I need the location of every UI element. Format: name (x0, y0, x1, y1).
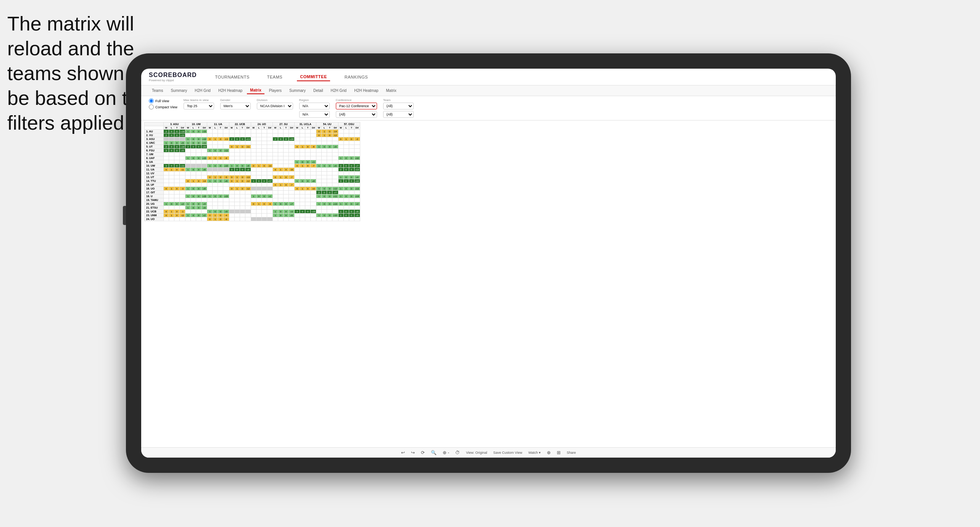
cell-7-5-W (272, 156, 278, 160)
cell-13-7-W (316, 179, 322, 183)
cell-8-6-L: 0 (300, 160, 305, 164)
grid-icon: ⊞ (557, 450, 561, 455)
cell-3-2-L (213, 141, 218, 145)
sub-nav-matrix[interactable]: Matrix (247, 87, 264, 94)
toolbar-view-original[interactable]: View: Original (466, 451, 487, 455)
matrix-corner (145, 122, 164, 126)
toolbar-watch[interactable]: Watch ▾ (528, 451, 541, 455)
save-custom-label: Save Custom View (493, 451, 522, 455)
team-select2[interactable]: (All) (383, 111, 414, 118)
cell-7-7-Dif (332, 156, 338, 160)
cell-19-8-L: 0 (343, 202, 349, 206)
cell-1-3-Dif (245, 133, 251, 137)
cell-15-4-W (251, 187, 256, 191)
sub-nav-summary[interactable]: Summary (168, 87, 190, 94)
cell-1-5-W (272, 133, 278, 137)
sub-nav-players[interactable]: Players (266, 87, 285, 94)
cell-8-1-T (196, 160, 201, 164)
cell-11-8-W (338, 172, 343, 175)
nav-rankings[interactable]: RANKINGS (342, 73, 371, 81)
sub-nav-teams[interactable]: Teams (149, 87, 166, 94)
cell-11-5-L (278, 172, 283, 175)
cell-4-6-W: 0 (295, 145, 300, 149)
sub-nav-detail[interactable]: Detail (310, 87, 326, 94)
toolbar-search[interactable]: 🔍 (431, 450, 437, 455)
cell-18-1-L (191, 198, 196, 202)
conference-select[interactable]: Pac-12 Conference (336, 103, 377, 109)
cell-8-2-W (207, 160, 213, 164)
cell-17-7-Dif: +11 (332, 194, 338, 198)
max-teams-select[interactable]: Top 25 (184, 103, 214, 109)
cell-2-0-T (174, 137, 180, 141)
compact-view-input[interactable] (149, 104, 154, 109)
cell-3-0-L: 0 (169, 141, 174, 145)
cell-3-0-Dif: +5 (180, 141, 185, 145)
cell-23-4-W (251, 217, 256, 221)
cell-10-8-Dif: +13 (354, 168, 360, 172)
region-select[interactable]: N/A (299, 103, 330, 109)
cell-22-7-W: 1 (316, 214, 322, 217)
cell-23-0-Dif (180, 217, 185, 221)
toolbar-grid[interactable]: ⊞ (557, 450, 561, 455)
region-select2[interactable]: N/A (299, 111, 330, 118)
nav-committee[interactable]: COMMITTEE (297, 73, 330, 81)
cell-6-5-Dif (289, 153, 294, 156)
sub-nav-h2h-grid[interactable]: H2H Grid (192, 87, 214, 94)
toolbar-redo[interactable]: ↪ (411, 450, 415, 455)
sub-nav-summary2[interactable]: Summary (286, 87, 309, 94)
region-label: Region (299, 98, 330, 102)
gender-select[interactable]: Men's (220, 103, 251, 109)
cell-10-3-Dif: +9 (245, 168, 251, 172)
sub-header-0-W: W (164, 126, 169, 130)
toolbar-share[interactable]: Share (567, 451, 576, 455)
sub-nav-h2h-heatmap[interactable]: H2H Heatmap (215, 87, 245, 94)
sub-nav-h2h-grid2[interactable]: H2H Grid (327, 87, 350, 94)
cell-7-1-Dif: +15 (201, 156, 207, 160)
logo-subtitle: Powered by clippd (149, 79, 197, 82)
cell-12-7-L (322, 175, 327, 179)
team-select[interactable]: (All) (383, 103, 414, 109)
toolbar-timer[interactable]: ⏱ (455, 450, 460, 455)
cell-12-4-Dif (267, 175, 272, 179)
cell-9-0-T: 0 (174, 164, 180, 168)
cell-20-3-Dif (245, 206, 251, 210)
table-row: 4. UNC100+5100+11 (145, 141, 360, 145)
matrix-area[interactable]: 3. ASU10. UW11. UA22. UCB24. UO27. SU31.… (141, 121, 836, 447)
toolbar-zoom[interactable]: ⊕ - (443, 450, 449, 455)
nav-tournaments[interactable]: TOURNAMENTS (212, 73, 253, 81)
cell-13-0-Dif (180, 179, 185, 183)
cell-10-2-Dif (223, 168, 229, 172)
zoom-icon: ⊕ - (443, 450, 449, 455)
compact-view-radio[interactable]: Compact View (149, 104, 177, 109)
nav-teams[interactable]: TEAMS (264, 73, 285, 81)
cell-5-6-T (305, 149, 311, 153)
cell-5-1-L (191, 149, 196, 153)
cell-3-1-Dif: +11 (201, 141, 207, 145)
table-row: 3. ASU100+12010-13200+11200+24010-2 (145, 137, 360, 141)
toolbar-add[interactable]: ⊕ (547, 450, 551, 455)
sub-nav-matrix2[interactable]: Matrix (383, 87, 400, 94)
cell-22-7-T: 0 (327, 214, 332, 217)
cell-1-8-T (349, 133, 354, 137)
sub-nav-h2h-heatmap2[interactable]: H2H Heatmap (351, 87, 381, 94)
toolbar-refresh[interactable]: ⟳ (421, 450, 425, 455)
full-view-input[interactable] (149, 98, 154, 103)
division-select[interactable]: NCAA Division I (257, 103, 293, 109)
toolbar-undo[interactable]: ↩ (401, 450, 405, 455)
cell-18-4-T (261, 198, 267, 202)
cell-17-2-Dif: +15 (223, 194, 229, 198)
cell-12-3-L: 1 (234, 175, 240, 179)
cell-13-5-Dif (289, 179, 294, 183)
full-view-radio[interactable]: Full View (149, 98, 177, 103)
cell-2-8-L: 1 (343, 137, 349, 141)
toolbar-save-custom[interactable]: Save Custom View (493, 451, 522, 455)
cell-17-1-T: 0 (196, 194, 201, 198)
cell-19-4-L: 1 (256, 202, 261, 206)
cell-14-2-W (207, 183, 213, 187)
cell-13-1-W: 0 (185, 179, 191, 183)
cell-12-4-T (261, 175, 267, 179)
conference-select2[interactable]: (All) (336, 111, 377, 118)
cell-11-3-T (240, 172, 245, 175)
cell-23-6-L (300, 217, 305, 221)
cell-20-0-L (169, 206, 174, 210)
